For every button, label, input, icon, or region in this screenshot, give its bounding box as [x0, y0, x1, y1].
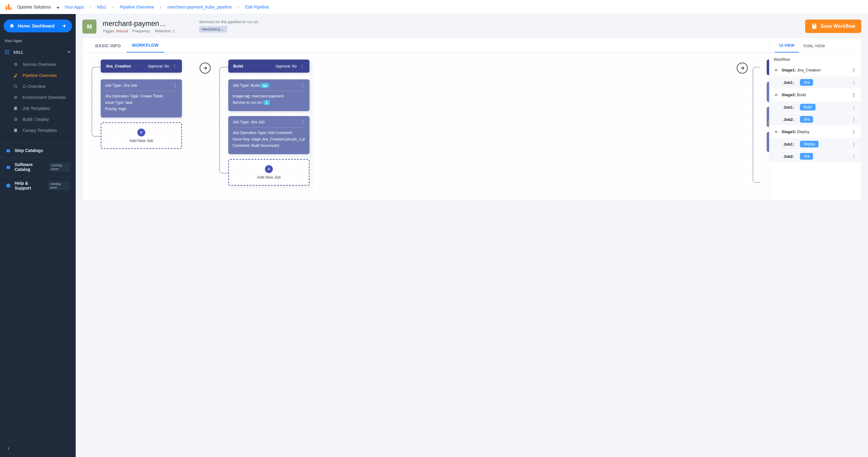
add-new-job-button[interactable]: + Add New Job	[228, 159, 309, 186]
svg-rect-9	[8, 52, 9, 53]
tree-stage-3[interactable]: Stage3: Deploy ⋮	[769, 126, 861, 138]
sidebar-item-job-templates[interactable]: Job Templates	[0, 103, 76, 114]
crumb-k8s1[interactable]: k8s1	[97, 5, 106, 9]
breadcrumb: Opstree Solutions Your Apps k8s1 Pipelin…	[0, 0, 868, 14]
trigger-value: Manual	[116, 29, 128, 33]
job-line: Jira Operation Type: Create Ticket	[105, 94, 178, 98]
help-icon	[5, 183, 11, 188]
pipeline-title: merchant-payment_ku…	[102, 20, 167, 28]
more-icon[interactable]: ⋮	[850, 129, 857, 134]
stage-deploy-peek	[767, 60, 769, 157]
more-icon[interactable]: ⋮	[300, 83, 305, 88]
home-dashboard-button[interactable]: Home: Dashboard	[4, 20, 72, 32]
sidebar-collapse-button[interactable]	[0, 441, 76, 457]
chevron-up-icon	[774, 129, 779, 134]
panel-tabs: BASIC INFO WORKFLOW	[83, 38, 769, 53]
arrow-right-icon	[61, 23, 66, 29]
tree-job[interactable]: Job2: Jira ⋮	[769, 151, 861, 162]
more-icon[interactable]: ⋮	[300, 120, 305, 124]
job-tag: Jira	[800, 79, 813, 86]
chevron-right-icon	[237, 5, 240, 9]
service-chip[interactable]: merchant-payme…	[199, 26, 227, 33]
sidebar-nav: ⚙ Service Overview Pipeline Overview Ci …	[0, 58, 76, 137]
resize-handle[interactable]	[768, 119, 769, 126]
sidebar-item-label: Environment Overview	[23, 95, 66, 100]
stage-header[interactable]: Jira_Creation Approval: No ⋮	[101, 60, 182, 73]
sidebar-item-service-overview[interactable]: ⚙ Service Overview	[0, 59, 76, 70]
stage-connector	[92, 67, 101, 137]
env-chip: qa	[261, 83, 269, 88]
job-card-build[interactable]: Job Type: Build qa ⋮ Image-tag: merchant…	[228, 80, 309, 111]
svg-rect-4	[5, 50, 6, 51]
stage-approval: Approval: No	[148, 64, 169, 68]
more-icon[interactable]: ⋮	[850, 80, 857, 86]
apps-grid-icon	[4, 49, 10, 55]
tab-ui-view[interactable]: UI VIEW	[775, 43, 799, 53]
more-icon[interactable]: ⋮	[850, 67, 857, 73]
svg-rect-5	[7, 50, 8, 51]
gear-icon: ⚙	[13, 62, 18, 67]
job-line: Service to run on: 1	[232, 100, 305, 105]
crumb-pipeline-name[interactable]: merchant-payment_kube_pipeline	[167, 5, 231, 9]
svg-rect-16	[6, 184, 10, 187]
stage-arrow-icon	[199, 63, 211, 73]
workflow-canvas[interactable]: Jira_Creation Approval: No ⋮ Job Type: J…	[83, 53, 769, 200]
crumb-your-apps[interactable]: Your Apps	[64, 5, 84, 9]
more-icon[interactable]: ⋮	[300, 64, 305, 68]
chevron-right-icon	[111, 5, 115, 9]
sidebar-item-canary-templates[interactable]: Canary Templates	[0, 125, 76, 136]
coming-soon-badge: coming soon	[48, 181, 70, 190]
sidebar-step-catalogs[interactable]: Step Catalogs	[0, 143, 76, 157]
software-catalog-label: Software Catalog	[14, 162, 45, 172]
more-icon[interactable]: ⋮	[850, 92, 857, 98]
home-icon	[9, 23, 14, 29]
sidebar-item-pipeline-overview[interactable]: Pipeline Overview	[0, 70, 76, 81]
stage-header[interactable]: Build Approval: No ⋮	[228, 60, 309, 73]
search-icon	[13, 84, 18, 89]
svg-rect-14	[14, 107, 17, 110]
sidebar-item-label: Service Overview	[23, 62, 56, 67]
sidebar-item-environment-overview[interactable]: ⚙ Environment Overview	[0, 92, 76, 103]
more-icon[interactable]: ⋮	[850, 117, 857, 122]
sidebar-help-support[interactable]: Help & Support coming soon	[0, 176, 76, 195]
crumb-pipeline-overview[interactable]: Pipeline Overview	[120, 5, 154, 9]
brand-icon	[5, 3, 12, 11]
more-icon[interactable]: ⋮	[850, 104, 857, 110]
tree-job[interactable]: Job1: Build ⋮	[769, 101, 861, 113]
more-icon[interactable]: ⋮	[850, 154, 857, 159]
crumb-org: Opstree Solutions	[17, 5, 51, 9]
sidebar-item-label: Build / Deploy	[23, 117, 49, 122]
sidebar-app-name: k8s1	[13, 50, 23, 55]
tab-workflow[interactable]: WORKFLOW	[126, 43, 164, 53]
more-icon[interactable]: ⋮	[172, 64, 177, 68]
chevron-right-icon	[89, 5, 92, 9]
job-card-jira[interactable]: Job Type: Jira Job ⋮ Jira Operation Type…	[228, 116, 309, 154]
svg-rect-15	[14, 129, 17, 132]
sidebar-item-label: Ci Overview	[23, 84, 45, 89]
tree-job[interactable]: Job1: Jira ⋮	[769, 77, 861, 88]
save-icon	[811, 23, 817, 29]
gear-icon: ⚙	[13, 117, 18, 122]
tree-job[interactable]: Job1: Deploy ⋮	[769, 138, 861, 150]
more-icon[interactable]: ⋮	[173, 83, 178, 88]
sidebar-item-ci-overview[interactable]: Ci Overview	[0, 81, 76, 92]
svg-rect-12	[8, 53, 9, 54]
plus-icon: +	[137, 128, 145, 136]
save-workflow-button[interactable]: Save Workflow	[805, 20, 861, 33]
tree-stage-2[interactable]: Stage2: Build ⋮	[769, 89, 861, 101]
tab-yaml-view[interactable]: YAML VIEW	[799, 44, 829, 53]
tree-title: Workflow	[769, 55, 861, 64]
crumb-edit-pipeline[interactable]: Edit Pipeline	[245, 5, 269, 9]
job-card-jira[interactable]: Job Type: Jira Job ⋮ Jira Operation Type…	[101, 80, 182, 118]
add-new-job-button[interactable]: + Add New Job	[101, 122, 182, 149]
tree-stage-1[interactable]: Stage1: Jira_Creation ⋮	[769, 64, 861, 76]
sidebar-app-k8s1[interactable]: k8s1	[0, 46, 76, 58]
more-icon[interactable]: ⋮	[850, 141, 857, 147]
sidebar-item-build-deploy[interactable]: ⚙ Build / Deploy	[0, 114, 76, 125]
tab-basic-info[interactable]: BASIC INFO	[90, 43, 126, 53]
svg-rect-2	[10, 7, 11, 10]
document-icon	[13, 106, 18, 111]
trigger-label: Trigger:	[102, 29, 115, 33]
sidebar-software-catalog[interactable]: Software Catalog coming soon	[0, 157, 76, 176]
tree-job[interactable]: Job2: Jira ⋮	[769, 114, 861, 125]
